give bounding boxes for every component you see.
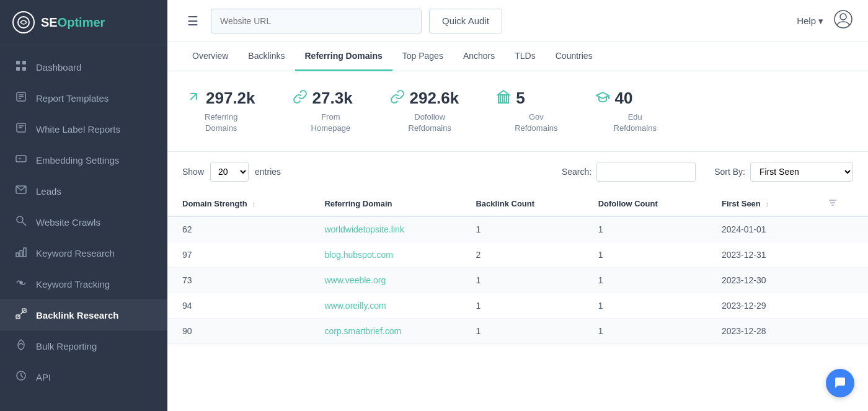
svg-line-16 bbox=[22, 222, 26, 226]
svg-rect-26 bbox=[498, 95, 500, 103]
cell-dofollow-1: 1 bbox=[583, 242, 707, 268]
tabs-bar: OverviewBacklinksReferring DomainsTop Pa… bbox=[167, 42, 868, 71]
sidebar-item-leads[interactable]: Leads bbox=[0, 175, 167, 206]
svg-rect-19 bbox=[24, 248, 26, 257]
tab-top-pages[interactable]: Top Pages bbox=[392, 42, 453, 71]
sidebar-item-website-crawls[interactable]: Website Crawls bbox=[0, 206, 167, 237]
keyword-tracking-icon bbox=[15, 277, 27, 291]
stat-label-dofollow-refdomains: DofollowRefdomains bbox=[390, 112, 451, 134]
svg-rect-27 bbox=[503, 95, 505, 103]
tab-tlds[interactable]: TLDs bbox=[505, 42, 545, 71]
sidebar-item-keyword-tracking[interactable]: Keyword Tracking bbox=[0, 268, 167, 299]
th-domain-strength[interactable]: Domain Strength ↕ bbox=[167, 192, 309, 216]
th-sort-filter[interactable] bbox=[813, 192, 868, 216]
embedding-settings-icon bbox=[15, 153, 27, 167]
url-input[interactable] bbox=[211, 9, 422, 33]
sort-by-label: Sort By: bbox=[714, 167, 745, 177]
table-row: 90 corp.smartbrief.com 1 1 2023-12-28 bbox=[167, 319, 868, 344]
search-label: Search: bbox=[562, 167, 591, 177]
sidebar-item-api[interactable]: API bbox=[0, 361, 167, 392]
cell-backlink-0: 1 bbox=[461, 216, 583, 242]
domain-link-0[interactable]: worldwidetopsite.link bbox=[324, 224, 404, 234]
sidebar-item-bulk-reporting[interactable]: Bulk Reporting bbox=[0, 330, 167, 361]
cell-domain-4[interactable]: corp.smartbrief.com bbox=[309, 319, 461, 344]
entries-select[interactable]: 102050100 bbox=[210, 162, 249, 182]
tab-anchors[interactable]: Anchors bbox=[453, 42, 505, 71]
chevron-down-icon: ▾ bbox=[818, 15, 823, 27]
logo-text: SEOptimer bbox=[41, 15, 105, 30]
cell-extra-3 bbox=[813, 293, 868, 319]
stat-top-edu-refdomains: 40 bbox=[595, 89, 633, 108]
domain-link-2[interactable]: www.veeble.org bbox=[324, 275, 386, 285]
search-input[interactable] bbox=[596, 162, 696, 182]
edu-refdomains-icon bbox=[595, 89, 610, 108]
th-first-seen[interactable]: First Seen ↕ bbox=[707, 192, 813, 216]
svg-rect-28 bbox=[507, 95, 508, 103]
cell-domain-0[interactable]: worldwidetopsite.link bbox=[309, 216, 461, 242]
sidebar-item-label: Leads bbox=[36, 186, 61, 197]
hamburger-button[interactable]: ☰ bbox=[182, 11, 203, 31]
quick-audit-button[interactable]: Quick Audit bbox=[429, 9, 502, 33]
domain-link-1[interactable]: blog.hubspot.com bbox=[324, 250, 393, 260]
api-icon bbox=[15, 370, 27, 384]
sidebar: SEOptimer DashboardReport TemplatesWhite… bbox=[0, 0, 167, 411]
sidebar-item-dashboard[interactable]: Dashboard bbox=[0, 51, 167, 82]
cell-dofollow-3: 1 bbox=[583, 293, 707, 319]
leads-icon bbox=[15, 184, 27, 198]
sidebar-item-label: Website Crawls bbox=[36, 217, 100, 228]
tab-backlinks[interactable]: Backlinks bbox=[238, 42, 294, 71]
cell-dofollow-0: 1 bbox=[583, 216, 707, 242]
help-button[interactable]: Help ▾ bbox=[797, 15, 823, 27]
stat-top-gov-refdomains: 5 bbox=[496, 89, 525, 108]
cell-domain-3[interactable]: www.oreilly.com bbox=[309, 293, 461, 319]
sidebar-item-keyword-research[interactable]: Keyword Research bbox=[0, 237, 167, 268]
cell-domain-2[interactable]: www.veeble.org bbox=[309, 268, 461, 293]
tab-overview[interactable]: Overview bbox=[182, 42, 238, 71]
sidebar-item-label: Backlink Research bbox=[36, 310, 118, 320]
table-body: 62 worldwidetopsite.link 1 1 2024-01-01 … bbox=[167, 216, 868, 344]
svg-point-20 bbox=[20, 281, 22, 284]
stat-top-from-homepage: 27.3k bbox=[293, 89, 353, 108]
cell-dofollow-2: 1 bbox=[583, 268, 707, 293]
gov-refdomains-icon bbox=[496, 89, 511, 108]
cell-strength-3: 94 bbox=[167, 293, 309, 319]
cell-domain-1[interactable]: blog.hubspot.com bbox=[309, 242, 461, 268]
cell-strength-2: 73 bbox=[167, 268, 309, 293]
domain-link-3[interactable]: www.oreilly.com bbox=[324, 301, 386, 311]
tab-countries[interactable]: Countries bbox=[546, 42, 603, 71]
stat-dofollow-refdomains: 292.6k DofollowRefdomains bbox=[390, 89, 497, 134]
tab-referring-domains[interactable]: Referring Domains bbox=[295, 42, 392, 71]
stat-value-edu-refdomains: 40 bbox=[615, 89, 633, 108]
stat-top-dofollow-refdomains: 292.6k bbox=[390, 89, 459, 108]
table-row: 62 worldwidetopsite.link 1 1 2024-01-01 bbox=[167, 216, 868, 242]
stat-gov-refdomains: 5 GovRefdomains bbox=[496, 89, 595, 134]
table-row: 94 www.oreilly.com 1 1 2023-12-29 bbox=[167, 293, 868, 319]
sidebar-item-label: Keyword Research bbox=[36, 248, 115, 259]
stat-label-referring-domains: ReferringDomains bbox=[186, 112, 237, 134]
svg-point-0 bbox=[18, 17, 29, 28]
referring-domains-icon bbox=[186, 89, 201, 108]
sidebar-item-white-label-reports[interactable]: White Label Reports bbox=[0, 113, 167, 144]
stat-edu-refdomains: 40 EduRefdomains bbox=[595, 89, 694, 134]
chat-bubble-button[interactable] bbox=[826, 369, 854, 397]
content-area: OverviewBacklinksReferring DomainsTop Pa… bbox=[167, 42, 868, 411]
sidebar-item-backlink-research[interactable]: Backlink Research bbox=[0, 299, 167, 330]
sort-container: Sort By: First SeenDomain StrengthBackli… bbox=[714, 162, 853, 182]
sort-arrow-icon: ↕ bbox=[765, 200, 769, 208]
svg-point-15 bbox=[17, 216, 23, 223]
cell-firstseen-3: 2023-12-29 bbox=[707, 293, 813, 319]
sort-by-select[interactable]: First SeenDomain StrengthBacklink CountD… bbox=[750, 162, 853, 182]
user-icon-button[interactable] bbox=[833, 9, 853, 33]
sidebar-item-label: Dashboard bbox=[36, 62, 81, 73]
cell-firstseen-4: 2023-12-28 bbox=[707, 319, 813, 344]
sidebar-item-report-templates[interactable]: Report Templates bbox=[0, 82, 167, 113]
svg-rect-17 bbox=[16, 253, 19, 257]
cell-firstseen-0: 2024-01-01 bbox=[707, 216, 813, 242]
domain-link-4[interactable]: corp.smartbrief.com bbox=[324, 326, 401, 336]
backlink-research-icon bbox=[15, 308, 27, 322]
sidebar-item-embedding-settings[interactable]: Embedding Settings bbox=[0, 144, 167, 175]
cell-extra-4 bbox=[813, 319, 868, 344]
referring-domains-table: Domain Strength ↕Referring DomainBacklin… bbox=[167, 192, 868, 344]
svg-rect-18 bbox=[20, 250, 22, 257]
stat-label-gov-refdomains: GovRefdomains bbox=[496, 112, 557, 134]
